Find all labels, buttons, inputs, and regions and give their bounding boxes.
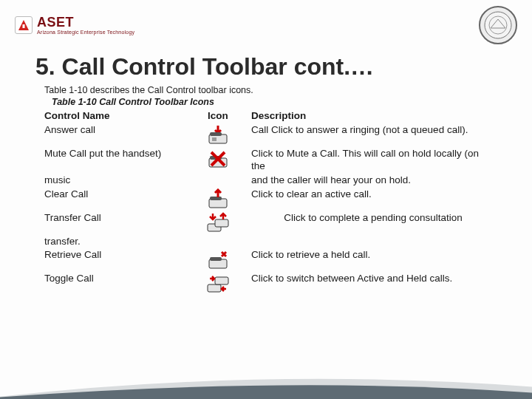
svg-rect-14 — [210, 257, 222, 261]
row-desc: Click to clear an active call. — [251, 188, 495, 211]
row-desc: Click to Mute a Call. This will call on … — [251, 148, 495, 173]
logo-text-block: ASET Arizona Strategic Enterprise Techno… — [37, 16, 134, 35]
transfer-call-icon — [205, 212, 231, 234]
row-name: transfer. — [44, 236, 185, 248]
header-bar: ASET Arizona Strategic Enterprise Techno… — [0, 0, 532, 47]
logo-subtext: Arizona Strategic Enterprise Technology — [37, 30, 134, 35]
row-name: Toggle Call — [44, 273, 185, 295]
row-name: Mute Call put the handset) — [44, 148, 185, 173]
svg-point-2 — [485, 12, 511, 38]
page-title: 5. Call Control Toolbar cont.… — [35, 53, 532, 81]
svg-rect-10 — [210, 197, 222, 200]
row-icon-cell — [185, 273, 251, 295]
state-seal-icon — [479, 6, 517, 44]
row-icon-cell — [185, 188, 251, 211]
svg-rect-5 — [212, 137, 216, 141]
svg-rect-6 — [210, 132, 222, 136]
row-icon-cell — [185, 249, 251, 271]
row-desc: Call Click to answer a ringing (not a qu… — [251, 124, 495, 146]
icon-table: Control Name Icon Description Answer cal… — [44, 110, 495, 295]
logo-mark-icon — [15, 16, 33, 34]
intro-text: Table 1-10 describes the Call Control to… — [44, 85, 532, 95]
svg-rect-15 — [208, 284, 221, 292]
column-header-icon: Icon — [185, 110, 251, 123]
footer-decoration — [0, 373, 532, 399]
row-desc: Click to retrieve a held call. — [251, 249, 495, 271]
row-desc: Click to complete a pending consultation — [251, 212, 495, 234]
logo-text: ASET — [37, 15, 74, 30]
row-icon-cell — [185, 174, 251, 187]
row-desc — [251, 236, 495, 248]
row-name: music — [44, 174, 185, 187]
row-icon-cell — [185, 124, 251, 146]
toggle-call-icon — [205, 273, 231, 295]
column-header-desc: Description — [251, 110, 495, 123]
row-name: Transfer Call — [44, 212, 185, 234]
column-header-name: Control Name — [44, 110, 185, 123]
row-name: Clear Call — [44, 188, 185, 211]
brand-logo: ASET Arizona Strategic Enterprise Techno… — [15, 16, 134, 35]
clear-call-icon — [205, 188, 231, 211]
row-name: Answer call — [44, 124, 185, 146]
svg-rect-12 — [215, 219, 228, 227]
row-icon-cell — [185, 148, 251, 173]
table-caption: Table 1-10 Call Control Toolbar Icons — [52, 97, 532, 107]
answer-call-icon — [205, 124, 231, 146]
svg-rect-1 — [23, 24, 25, 28]
row-desc: and the caller will hear your on hold. — [251, 174, 495, 187]
row-name: Retrieve Call — [44, 249, 185, 271]
svg-rect-16 — [215, 277, 228, 284]
mute-call-icon — [205, 148, 231, 170]
retrieve-call-icon — [205, 249, 231, 271]
row-icon-cell — [185, 236, 251, 248]
row-desc: Click to switch between Active and Held … — [251, 273, 495, 295]
row-icon-cell — [185, 212, 251, 234]
